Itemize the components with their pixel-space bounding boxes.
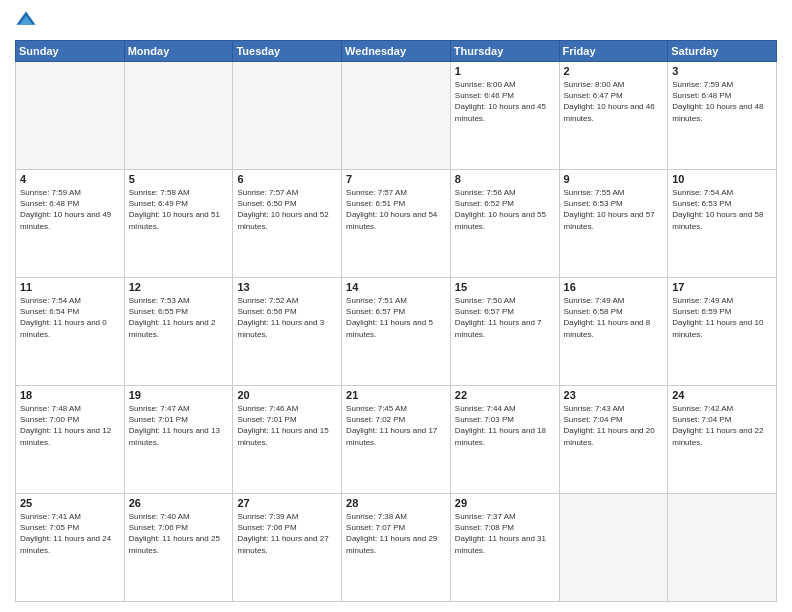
day-info: Sunrise: 7:45 AMSunset: 7:02 PMDaylight:… — [346, 403, 446, 448]
day-header-friday: Friday — [559, 41, 668, 62]
day-cell: 3Sunrise: 7:59 AMSunset: 6:48 PMDaylight… — [668, 62, 777, 170]
calendar-table: SundayMondayTuesdayWednesdayThursdayFrid… — [15, 40, 777, 602]
day-info: Sunrise: 7:57 AMSunset: 6:51 PMDaylight:… — [346, 187, 446, 232]
day-cell: 24Sunrise: 7:42 AMSunset: 7:04 PMDayligh… — [668, 386, 777, 494]
day-cell: 1Sunrise: 8:00 AMSunset: 6:46 PMDaylight… — [450, 62, 559, 170]
day-number: 3 — [672, 65, 772, 77]
day-cell: 2Sunrise: 8:00 AMSunset: 6:47 PMDaylight… — [559, 62, 668, 170]
day-info: Sunrise: 7:53 AMSunset: 6:55 PMDaylight:… — [129, 295, 229, 340]
day-info: Sunrise: 7:40 AMSunset: 7:06 PMDaylight:… — [129, 511, 229, 556]
day-info: Sunrise: 7:37 AMSunset: 7:08 PMDaylight:… — [455, 511, 555, 556]
day-header-thursday: Thursday — [450, 41, 559, 62]
day-cell: 7Sunrise: 7:57 AMSunset: 6:51 PMDaylight… — [342, 170, 451, 278]
calendar-header: SundayMondayTuesdayWednesdayThursdayFrid… — [16, 41, 777, 62]
day-cell: 13Sunrise: 7:52 AMSunset: 6:56 PMDayligh… — [233, 278, 342, 386]
day-number: 1 — [455, 65, 555, 77]
day-cell: 6Sunrise: 7:57 AMSunset: 6:50 PMDaylight… — [233, 170, 342, 278]
day-info: Sunrise: 7:44 AMSunset: 7:03 PMDaylight:… — [455, 403, 555, 448]
day-info: Sunrise: 7:56 AMSunset: 6:52 PMDaylight:… — [455, 187, 555, 232]
day-info: Sunrise: 7:50 AMSunset: 6:57 PMDaylight:… — [455, 295, 555, 340]
day-number: 27 — [237, 497, 337, 509]
day-info: Sunrise: 7:46 AMSunset: 7:01 PMDaylight:… — [237, 403, 337, 448]
day-number: 26 — [129, 497, 229, 509]
day-number: 22 — [455, 389, 555, 401]
day-info: Sunrise: 7:55 AMSunset: 6:53 PMDaylight:… — [564, 187, 664, 232]
day-number: 24 — [672, 389, 772, 401]
header-row: SundayMondayTuesdayWednesdayThursdayFrid… — [16, 41, 777, 62]
day-cell — [559, 494, 668, 602]
day-cell: 29Sunrise: 7:37 AMSunset: 7:08 PMDayligh… — [450, 494, 559, 602]
day-number: 19 — [129, 389, 229, 401]
day-cell: 27Sunrise: 7:39 AMSunset: 7:06 PMDayligh… — [233, 494, 342, 602]
day-number: 13 — [237, 281, 337, 293]
day-number: 10 — [672, 173, 772, 185]
day-number: 17 — [672, 281, 772, 293]
day-info: Sunrise: 8:00 AMSunset: 6:46 PMDaylight:… — [455, 79, 555, 124]
day-info: Sunrise: 7:54 AMSunset: 6:54 PMDaylight:… — [20, 295, 120, 340]
day-cell — [342, 62, 451, 170]
day-info: Sunrise: 7:49 AMSunset: 6:58 PMDaylight:… — [564, 295, 664, 340]
day-header-saturday: Saturday — [668, 41, 777, 62]
day-number: 4 — [20, 173, 120, 185]
day-info: Sunrise: 7:58 AMSunset: 6:49 PMDaylight:… — [129, 187, 229, 232]
day-number: 11 — [20, 281, 120, 293]
day-cell — [124, 62, 233, 170]
day-cell — [668, 494, 777, 602]
day-cell: 12Sunrise: 7:53 AMSunset: 6:55 PMDayligh… — [124, 278, 233, 386]
day-info: Sunrise: 7:59 AMSunset: 6:48 PMDaylight:… — [20, 187, 120, 232]
day-number: 25 — [20, 497, 120, 509]
day-number: 23 — [564, 389, 664, 401]
day-cell: 20Sunrise: 7:46 AMSunset: 7:01 PMDayligh… — [233, 386, 342, 494]
day-cell: 15Sunrise: 7:50 AMSunset: 6:57 PMDayligh… — [450, 278, 559, 386]
day-cell: 25Sunrise: 7:41 AMSunset: 7:05 PMDayligh… — [16, 494, 125, 602]
day-number: 29 — [455, 497, 555, 509]
day-cell: 4Sunrise: 7:59 AMSunset: 6:48 PMDaylight… — [16, 170, 125, 278]
day-cell: 8Sunrise: 7:56 AMSunset: 6:52 PMDaylight… — [450, 170, 559, 278]
day-number: 16 — [564, 281, 664, 293]
day-number: 15 — [455, 281, 555, 293]
day-number: 8 — [455, 173, 555, 185]
page: SundayMondayTuesdayWednesdayThursdayFrid… — [0, 0, 792, 612]
day-header-sunday: Sunday — [16, 41, 125, 62]
day-info: Sunrise: 7:42 AMSunset: 7:04 PMDaylight:… — [672, 403, 772, 448]
day-number: 9 — [564, 173, 664, 185]
day-cell: 19Sunrise: 7:47 AMSunset: 7:01 PMDayligh… — [124, 386, 233, 494]
day-cell: 21Sunrise: 7:45 AMSunset: 7:02 PMDayligh… — [342, 386, 451, 494]
day-cell: 11Sunrise: 7:54 AMSunset: 6:54 PMDayligh… — [16, 278, 125, 386]
week-row-5: 25Sunrise: 7:41 AMSunset: 7:05 PMDayligh… — [16, 494, 777, 602]
day-info: Sunrise: 7:47 AMSunset: 7:01 PMDaylight:… — [129, 403, 229, 448]
week-row-4: 18Sunrise: 7:48 AMSunset: 7:00 PMDayligh… — [16, 386, 777, 494]
day-info: Sunrise: 7:39 AMSunset: 7:06 PMDaylight:… — [237, 511, 337, 556]
day-info: Sunrise: 7:41 AMSunset: 7:05 PMDaylight:… — [20, 511, 120, 556]
day-number: 6 — [237, 173, 337, 185]
day-cell: 17Sunrise: 7:49 AMSunset: 6:59 PMDayligh… — [668, 278, 777, 386]
logo-icon — [15, 10, 37, 32]
calendar-body: 1Sunrise: 8:00 AMSunset: 6:46 PMDaylight… — [16, 62, 777, 602]
day-number: 12 — [129, 281, 229, 293]
week-row-1: 1Sunrise: 8:00 AMSunset: 6:46 PMDaylight… — [16, 62, 777, 170]
day-header-tuesday: Tuesday — [233, 41, 342, 62]
week-row-3: 11Sunrise: 7:54 AMSunset: 6:54 PMDayligh… — [16, 278, 777, 386]
day-info: Sunrise: 7:49 AMSunset: 6:59 PMDaylight:… — [672, 295, 772, 340]
day-number: 18 — [20, 389, 120, 401]
day-number: 5 — [129, 173, 229, 185]
day-cell: 28Sunrise: 7:38 AMSunset: 7:07 PMDayligh… — [342, 494, 451, 602]
day-cell: 10Sunrise: 7:54 AMSunset: 6:53 PMDayligh… — [668, 170, 777, 278]
day-info: Sunrise: 7:52 AMSunset: 6:56 PMDaylight:… — [237, 295, 337, 340]
day-info: Sunrise: 7:54 AMSunset: 6:53 PMDaylight:… — [672, 187, 772, 232]
day-cell: 18Sunrise: 7:48 AMSunset: 7:00 PMDayligh… — [16, 386, 125, 494]
day-cell: 16Sunrise: 7:49 AMSunset: 6:58 PMDayligh… — [559, 278, 668, 386]
week-row-2: 4Sunrise: 7:59 AMSunset: 6:48 PMDaylight… — [16, 170, 777, 278]
header — [15, 10, 777, 32]
day-header-monday: Monday — [124, 41, 233, 62]
day-info: Sunrise: 7:57 AMSunset: 6:50 PMDaylight:… — [237, 187, 337, 232]
day-number: 2 — [564, 65, 664, 77]
logo — [15, 10, 41, 32]
day-number: 20 — [237, 389, 337, 401]
day-header-wednesday: Wednesday — [342, 41, 451, 62]
day-info: Sunrise: 7:48 AMSunset: 7:00 PMDaylight:… — [20, 403, 120, 448]
day-number: 28 — [346, 497, 446, 509]
day-cell: 23Sunrise: 7:43 AMSunset: 7:04 PMDayligh… — [559, 386, 668, 494]
day-info: Sunrise: 7:43 AMSunset: 7:04 PMDaylight:… — [564, 403, 664, 448]
day-info: Sunrise: 7:51 AMSunset: 6:57 PMDaylight:… — [346, 295, 446, 340]
